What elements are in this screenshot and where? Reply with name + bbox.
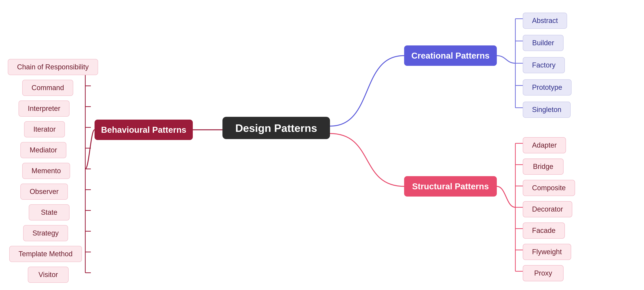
leaf-adapter[interactable]: Adapter (523, 137, 566, 153)
leaf-memento[interactable]: Memento (22, 163, 70, 179)
leaf-composite[interactable]: Composite (523, 180, 575, 196)
leaf-builder[interactable]: Builder (523, 35, 564, 51)
leaf-flyweight[interactable]: Flyweight (523, 244, 571, 260)
leaf-prototype[interactable]: Prototype (523, 79, 572, 96)
leaf-command[interactable]: Command (22, 80, 73, 96)
leaf-template[interactable]: Template Method (9, 246, 82, 262)
leaf-state[interactable]: State (29, 204, 70, 220)
leaf-strategy[interactable]: Strategy (23, 225, 68, 241)
leaf-cor[interactable]: Chain of Responsibility (8, 59, 98, 75)
center-node: Design Patterns (222, 117, 330, 139)
leaf-abstract[interactable]: Abstract (523, 12, 567, 29)
leaf-factory[interactable]: Factory (523, 57, 565, 73)
structural-node[interactable]: Structural Patterns (404, 176, 497, 196)
leaf-visitor[interactable]: Visitor (28, 267, 68, 283)
leaf-facade[interactable]: Facade (523, 222, 565, 239)
leaf-interpreter[interactable]: Interpreter (18, 100, 70, 117)
leaf-iterator[interactable]: Iterator (24, 121, 65, 138)
leaf-decorator[interactable]: Decorator (523, 201, 572, 217)
leaf-mediator[interactable]: Mediator (20, 142, 66, 158)
leaf-proxy[interactable]: Proxy (523, 265, 564, 281)
leaf-bridge[interactable]: Bridge (523, 158, 564, 175)
behavioural-node[interactable]: Behavioural Patterns (94, 120, 193, 140)
leaf-observer[interactable]: Observer (20, 184, 68, 200)
leaf-singleton[interactable]: Singleton (523, 102, 570, 118)
creational-node[interactable]: Creational Patterns (404, 46, 497, 66)
